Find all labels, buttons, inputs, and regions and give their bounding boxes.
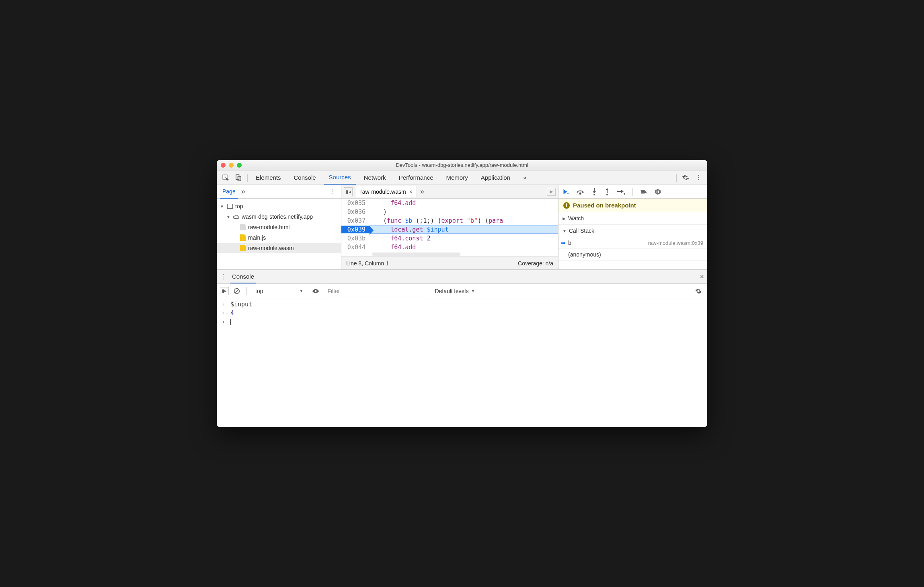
tab-memory[interactable]: Memory (441, 171, 473, 184)
console-output-row: ‹· 4 (217, 309, 707, 318)
code-line[interactable]: 0x039 local.get $input (341, 225, 558, 234)
drawer-kebab-icon[interactable]: ⋮ (220, 273, 226, 281)
frame-location: raw-module.wasm:0x39 (648, 240, 703, 246)
live-expression-icon[interactable] (310, 285, 321, 297)
gutter-address[interactable]: 0x03b (341, 235, 370, 242)
toolbar-separator (246, 287, 247, 295)
callstack-frame[interactable]: ➡ b raw-module.wasm:0x39 (559, 237, 707, 249)
tab-performance[interactable]: Performance (394, 171, 438, 184)
main-area: Page » ⋮ ▼ top ▼ wasm-dbg-stories.netlif… (217, 185, 707, 269)
tab-elements[interactable]: Elements (251, 171, 286, 184)
tree-label: top (235, 203, 243, 209)
navigator-tabs-overflow[interactable]: » (241, 187, 245, 196)
code-content: f64.add (370, 199, 416, 207)
code-content: ) (370, 208, 387, 216)
code-line[interactable]: 0x037 (func $b (;1;) (export "b") (para (341, 216, 558, 225)
console-filter-input[interactable]: Filter (324, 286, 428, 296)
step-into-icon[interactable] (591, 188, 597, 195)
navigator-kebab-icon[interactable]: ⋮ (328, 188, 338, 195)
kebab-menu-icon[interactable]: ⋮ (693, 172, 704, 183)
traffic-lights (217, 163, 242, 168)
file-icon (239, 245, 246, 251)
code-line[interactable]: 0x036 ) (341, 207, 558, 216)
run-snippet-icon[interactable]: ▶ (547, 188, 556, 196)
resume-icon[interactable] (562, 188, 569, 195)
clear-console-icon[interactable] (231, 285, 242, 297)
filter-placeholder: Filter (327, 288, 340, 294)
log-levels-selector[interactable]: Default levels ▼ (435, 288, 475, 294)
chevron-right-icon: ▶ (563, 216, 566, 221)
editor-tabs-overflow[interactable]: » (420, 187, 424, 196)
console-settings-icon[interactable] (693, 285, 704, 297)
info-icon: i (563, 202, 570, 209)
file-tab-label: raw-module.wasm (360, 189, 406, 195)
console-context-selector[interactable]: top ▼ (251, 286, 308, 296)
device-toggle-icon[interactable] (233, 172, 244, 183)
text-cursor (230, 319, 231, 325)
tab-application[interactable]: Application (476, 171, 515, 184)
chevron-down-icon: ▼ (220, 204, 225, 209)
toolbar-separator (247, 174, 248, 182)
tree-file-html[interactable]: raw-module.html (217, 222, 341, 232)
watch-section-header[interactable]: ▶ Watch (559, 212, 707, 225)
inspect-element-icon[interactable] (220, 172, 231, 183)
close-drawer-icon[interactable]: × (700, 273, 704, 281)
editor-file-tab[interactable]: raw-module.wasm × (356, 186, 417, 197)
console-prompt-row[interactable]: › (217, 318, 707, 326)
navigator-tab-page[interactable]: Page (220, 185, 238, 199)
section-label: Call Stack (569, 228, 594, 234)
sidebar-toggle[interactable]: ▮◂ (344, 187, 353, 196)
code-line[interactable]: 0x03b f64.const 2 (341, 234, 558, 243)
console-sidebar-toggle-icon[interactable]: ▮▸ (220, 287, 229, 295)
gutter-address[interactable]: 0x037 (341, 217, 370, 224)
svg-rect-3 (567, 193, 569, 194)
tree-domain[interactable]: ▼ wasm-dbg-stories.netlify.app (217, 211, 341, 222)
tree-frame-top[interactable]: ▼ top (217, 201, 341, 211)
paused-message: Paused on breakpoint (573, 202, 636, 209)
tab-network[interactable]: Network (359, 171, 391, 184)
step-over-icon[interactable] (576, 189, 584, 195)
minimize-window-button[interactable] (229, 163, 234, 168)
coverage-status: Coverage: n/a (518, 260, 553, 267)
close-window-button[interactable] (221, 163, 226, 168)
svg-rect-7 (607, 190, 608, 193)
step-out-icon[interactable] (604, 188, 610, 195)
code-editor[interactable]: 0x035 f64.add0x036 )0x037 (func $b (;1;)… (341, 199, 558, 252)
editor-header: ▮◂ raw-module.wasm × » ▶ (341, 185, 558, 199)
code-content: f64.add (370, 244, 416, 251)
console-drawer-tab[interactable]: Console (230, 270, 256, 283)
code-line[interactable]: 0x045 ) (341, 252, 558, 252)
tree-file-wasm[interactable]: raw-module.wasm (217, 243, 341, 253)
step-icon[interactable] (617, 189, 625, 195)
horizontal-scrollbar[interactable] (341, 252, 558, 257)
console-drawer-header: ⋮ Console × (217, 270, 707, 284)
callstack-frame[interactable]: (anonymous) (559, 249, 707, 261)
panel-toggle-icon: ▮◂ (344, 188, 352, 196)
output-marker-icon: ‹· (222, 310, 226, 317)
gutter-address[interactable]: 0x044 (341, 244, 370, 251)
tree-file-js[interactable]: main.js (217, 232, 341, 243)
svg-rect-5 (594, 188, 595, 191)
file-icon (239, 234, 246, 241)
tab-console[interactable]: Console (289, 171, 321, 184)
gutter-address[interactable]: 0x035 (341, 199, 370, 207)
gutter-address[interactable]: 0x039 (341, 226, 370, 233)
console-body: › $input ‹· 4 › (217, 298, 707, 427)
tabs-overflow[interactable]: » (518, 171, 531, 184)
code-line[interactable]: 0x035 f64.add (341, 199, 558, 207)
frame-name: b (568, 240, 571, 246)
callstack-section-header[interactable]: ▼ Call Stack (559, 225, 707, 237)
toolbar-separator (676, 174, 677, 182)
deactivate-breakpoints-icon[interactable] (640, 189, 647, 195)
console-entry-text: 4 (230, 310, 234, 317)
chevron-down-icon: ▼ (471, 289, 475, 293)
tree-label: raw-module.html (248, 224, 290, 230)
main-toolbar: Elements Console Sources Network Perform… (217, 170, 707, 185)
close-icon[interactable]: × (409, 189, 413, 195)
gutter-address[interactable]: 0x036 (341, 208, 370, 216)
code-line[interactable]: 0x044 f64.add (341, 243, 558, 252)
settings-icon[interactable] (680, 172, 691, 183)
maximize-window-button[interactable] (237, 163, 242, 168)
tab-sources[interactable]: Sources (324, 170, 356, 185)
pause-on-exceptions-icon[interactable] (655, 189, 661, 195)
